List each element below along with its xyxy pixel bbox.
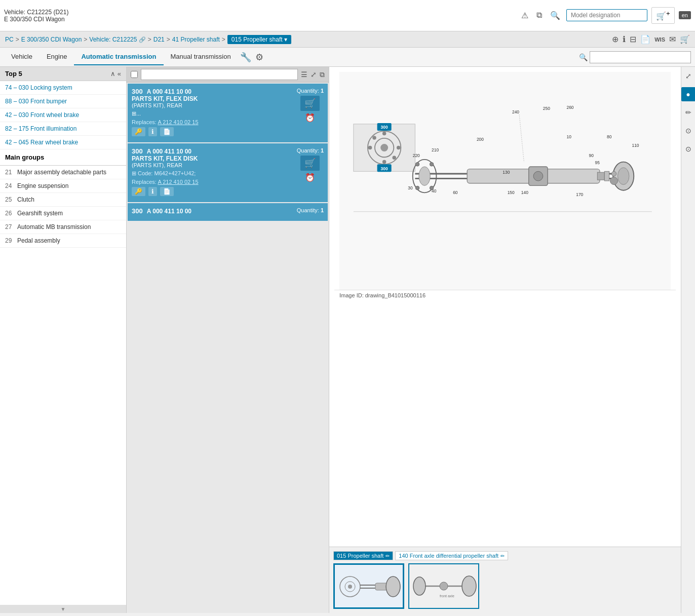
part-2-name: PARTS KIT, FLEX DISK — [132, 155, 199, 162]
svg-point-64 — [440, 582, 448, 590]
svg-text:90: 90 — [589, 153, 594, 158]
part-2-replaces-link[interactable]: A 212 410 02 15 — [158, 179, 198, 185]
part-2-replaces: Replaces: A 212 410 02 15 — [132, 179, 199, 185]
svg-text:95: 95 — [595, 160, 600, 165]
svg-text:300: 300 — [381, 166, 388, 171]
part-1-info-btn[interactable]: ℹ — [148, 127, 157, 136]
tab-search-area: 🔍 — [579, 51, 691, 63]
breadcrumb-current[interactable]: 015 Propeller shaft ▾ — [227, 35, 291, 44]
svg-point-25 — [533, 171, 543, 181]
sidebar-expand-btn[interactable]: ⤢ — [681, 69, 696, 83]
thumb-tab-2-label: 140 Front axle differential propeller sh… — [399, 553, 498, 559]
svg-point-63 — [462, 576, 476, 596]
thumb-tab-1[interactable]: 015 Propeller shaft ✏ — [333, 551, 393, 560]
tab-vehicle[interactable]: Vehicle — [4, 49, 40, 65]
breadcrumb-tools: ⊕ ℹ ⊟ 📄 WIS ✉ 🛒 — [612, 34, 690, 44]
part-card-1: 300 A 000 411 10 00 PARTS KIT, FLEX DISK… — [128, 84, 328, 142]
svg-text:300: 300 — [381, 125, 388, 130]
breadcrumb-pc[interactable]: PC — [5, 36, 14, 43]
thumb-tab-2[interactable]: 140 Front axle differential propeller sh… — [395, 551, 508, 560]
group-item-27[interactable]: 27 Automatic MB transmission — [0, 220, 126, 234]
wrench-icon-btn[interactable]: 🔧 — [238, 50, 253, 65]
group-item-24[interactable]: 24 Engine suspension — [0, 179, 126, 193]
top5-collapse-btn[interactable]: « — [118, 70, 121, 78]
tab-engine[interactable]: Engine — [40, 49, 74, 65]
parts-list: 300 A 000 411 10 00 PARTS KIT, FLEX DISK… — [127, 83, 329, 613]
group-label-27: Automatic MB transmission — [17, 223, 91, 230]
part-1-time-btn[interactable]: ⏰ — [305, 113, 315, 123]
mail-btn[interactable]: ✉ — [669, 34, 676, 44]
tab-search-icon[interactable]: 🔍 — [579, 53, 588, 61]
cart-button[interactable]: 🛒+ — [651, 7, 675, 23]
tab-manual[interactable]: Manual transmission — [164, 49, 238, 65]
part-1-doc-btn[interactable]: 📄 — [160, 127, 174, 136]
part-2-time-btn[interactable]: ⏰ — [305, 173, 315, 182]
top5-item-5[interactable]: 42 – 045 Rear wheel brake — [0, 136, 126, 149]
info-btn[interactable]: ℹ — [623, 34, 626, 44]
top5-item-1[interactable]: 74 – 030 Locking system — [0, 81, 126, 95]
breadcrumb-propeller-shaft[interactable]: 41 Propeller shaft — [172, 36, 220, 43]
filter-btn[interactable]: ⊟ — [630, 34, 636, 44]
group-num-29: 29 — [5, 237, 17, 244]
part-1-number: A 000 411 10 00 — [147, 88, 191, 95]
sidebar-pencil-btn[interactable]: ✏ — [681, 105, 696, 120]
part-1-info: 300 A 000 411 10 00 PARTS KIT, FLEX DISK… — [132, 88, 199, 136]
alert-icon-btn[interactable]: ⚠ — [519, 9, 530, 22]
thumb-card-1[interactable] — [333, 563, 404, 609]
part-2-info-btn[interactable]: ℹ — [148, 187, 157, 196]
svg-text:140: 140 — [521, 190, 528, 195]
group-item-21[interactable]: 21 Major assembly detachable parts — [0, 166, 126, 179]
settings-icon-btn[interactable]: ⚙ — [253, 50, 265, 65]
breadcrumb-vehicle-id[interactable]: Vehicle: C212225 🔗 — [89, 36, 145, 43]
part-1-replaces-link[interactable]: A 212 410 02 15 — [158, 119, 198, 125]
sidebar-view-btn[interactable]: ⊙ — [681, 142, 696, 156]
group-num-21: 21 — [5, 169, 17, 176]
part-3-qty-label: Quantity: 1 — [297, 207, 324, 213]
scroll-down-indicator[interactable]: ▼ — [0, 605, 126, 613]
part-2-number: A 000 411 10 00 — [147, 148, 191, 155]
copy-icon-btn[interactable]: ⧉ — [534, 9, 544, 22]
thumb-card-2[interactable]: front axle — [408, 563, 479, 609]
right-sidebar: ⤢ ● ✏ ⊙ ⊙ — [681, 67, 695, 613]
model-search-input[interactable] — [566, 9, 647, 21]
zoom-in-btn[interactable]: ⊕ — [612, 34, 619, 44]
search-icon-btn[interactable]: 🔍 — [548, 9, 562, 22]
part-1-cart-btn[interactable]: 🛒 — [300, 96, 320, 111]
top5-label: Top 5 — [5, 70, 22, 78]
copy-view-btn[interactable]: ⧉ — [320, 70, 325, 79]
wis-btn[interactable]: WIS — [654, 36, 665, 43]
part-2-info: 300 A 000 411 10 00 PARTS KIT, FLEX DISK… — [132, 147, 199, 196]
thumb-images: front axle — [333, 563, 677, 609]
svg-text:240: 240 — [512, 109, 519, 114]
group-item-26[interactable]: 26 Gearshift system — [0, 207, 126, 220]
parts-search-input[interactable] — [141, 69, 298, 80]
part-1-key-btn[interactable]: 🔑 — [132, 127, 145, 136]
part-2-key-btn[interactable]: 🔑 — [132, 187, 145, 196]
group-item-29[interactable]: 29 Pedal assembly — [0, 234, 126, 248]
tab-automatic[interactable]: Automatic transmission — [74, 49, 163, 65]
list-view-btn[interactable]: ☰ — [301, 70, 307, 79]
part-1-replaces: Replaces: A 212 410 02 15 — [132, 119, 199, 125]
select-all-checkbox[interactable] — [131, 71, 138, 78]
expand-view-btn[interactable]: ⤢ — [311, 70, 317, 79]
top5-item-3[interactable]: 42 – 030 Front wheel brake — [0, 108, 126, 122]
svg-point-59 — [386, 576, 400, 597]
breadcrumb-d21[interactable]: D21 — [153, 36, 165, 43]
svg-point-29 — [611, 171, 616, 176]
top5-item-2[interactable]: 88 – 030 Front bumper — [0, 95, 126, 108]
part-2-cart-btn[interactable]: 🛒 — [300, 156, 320, 171]
group-item-25[interactable]: 25 Clutch — [0, 193, 126, 207]
part-1-num: 300 — [132, 88, 143, 95]
top5-item-4[interactable]: 82 – 175 Front illumination — [0, 122, 126, 136]
sidebar-circle-btn[interactable]: ● — [681, 87, 696, 101]
doc-btn[interactable]: 📄 — [640, 34, 650, 44]
sidebar-settings-btn[interactable]: ⊙ — [681, 124, 696, 138]
breadcrumb-vehicle-model[interactable]: E 300/350 CDI Wagon — [21, 36, 82, 43]
svg-text:200: 200 — [477, 137, 484, 142]
thumb-tab-1-edit-icon: ✏ — [385, 553, 390, 559]
svg-point-62 — [413, 577, 426, 595]
top5-up-btn[interactable]: ∧ — [110, 70, 115, 78]
part-2-doc-btn[interactable]: 📄 — [160, 187, 174, 196]
cart-breadcrumb-btn[interactable]: 🛒 — [680, 34, 690, 44]
tab-search-input[interactable] — [590, 51, 691, 63]
